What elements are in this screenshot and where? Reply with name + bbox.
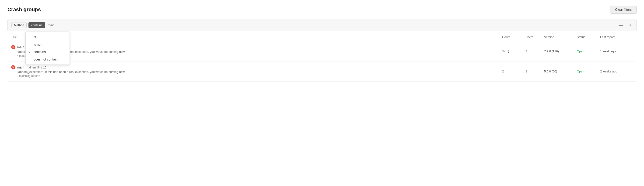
filter-add-button[interactable]: + <box>628 23 632 28</box>
col-status: Status <box>577 35 600 39</box>
checkmark-does-not-contain <box>28 58 32 61</box>
dropdown-item-contains-label: contains <box>34 50 46 54</box>
filter-method-tag[interactable]: Method <box>12 22 26 28</box>
dropdown-item-is-not-label: is not <box>34 43 41 46</box>
checkmark-is <box>28 35 32 39</box>
crash-description-2: kaboom_exception*: If this had been a re… <box>17 70 502 74</box>
dropdown-item-is-not[interactable]: is not <box>26 41 70 48</box>
status-cell-1: Open <box>577 50 600 53</box>
col-version: Version <box>544 35 577 39</box>
crash-title-line-2: ✕ main main.m, line 16 <box>11 65 502 69</box>
dropdown-item-does-not-contain-label: does not contain <box>34 58 58 61</box>
page-header: Crash groups Clear filters <box>8 6 636 14</box>
checkmark-contains: ✓ <box>28 50 32 54</box>
crash-title-cell-1: ✕ main main.m, line 16 kaboom_exception*… <box>11 45 502 58</box>
crash-title-cell-2: ✕ main main.m, line 16 kaboom_exception*… <box>11 65 502 78</box>
filter-bar: Method contains main is is not ✓ c <box>8 19 636 31</box>
crash-error-icon-1: ✕ <box>11 45 16 49</box>
crash-location-2: main.m, line 16 <box>26 66 46 69</box>
table-header: Title Count Users Version Status Last re… <box>8 33 636 41</box>
crash-table: Title Count Users Version Status Last re… <box>8 33 636 82</box>
count-cell-1: ✎ 8 <box>502 49 526 54</box>
crash-title-line-1: ✕ main main.m, line 16 <box>11 45 502 49</box>
filter-value-tag[interactable]: main <box>47 23 55 27</box>
count-cell-2: 2 <box>502 70 526 73</box>
table-row[interactable]: ✕ main main.m, line 16 kaboom_exception*… <box>8 41 636 61</box>
filter-tags: Method contains main is is not ✓ c <box>12 22 55 28</box>
status-cell-2: Open <box>577 70 600 73</box>
crash-error-icon-2: ✕ <box>11 65 16 69</box>
dropdown-item-does-not-contain[interactable]: does not contain <box>26 56 70 63</box>
filter-operator-dropdown: is is not ✓ contains does not contain <box>26 32 70 65</box>
col-count: Count <box>502 35 526 39</box>
table-row[interactable]: ✕ main main.m, line 16 kaboom_exception*… <box>8 61 636 82</box>
filter-bar-actions: — + <box>618 23 632 28</box>
count-value-1: 8 <box>508 50 509 53</box>
crash-reports-2: 2 matching reports <box>17 74 502 78</box>
clear-filters-button[interactable]: Clear filters <box>610 6 636 14</box>
crash-method-2: main <box>17 65 24 69</box>
page-title: Crash groups <box>8 7 41 13</box>
last-report-cell-1: 1 week ago <box>600 50 633 53</box>
crash-method-1: main <box>17 45 24 49</box>
crash-description-1: kaboom_exception*: If this had been a re… <box>17 50 502 54</box>
version-cell-2: 5.0.0 (60) <box>544 70 577 73</box>
filter-operator-tag[interactable]: contains <box>28 22 45 28</box>
dropdown-item-contains[interactable]: ✓ contains <box>26 48 70 56</box>
checkmark-is-not <box>28 43 32 46</box>
col-last-report: Last report <box>600 35 633 39</box>
dropdown-item-is-label: is <box>34 35 36 39</box>
crash-reports-1: 4 matching reports <box>17 54 502 58</box>
last-report-cell-2: 2 weeks ago <box>600 70 633 73</box>
filter-section: Method contains main is is not ✓ c <box>8 19 636 31</box>
filter-remove-button[interactable]: — <box>618 23 624 28</box>
dropdown-item-is[interactable]: is <box>26 33 70 41</box>
col-users: Users <box>526 35 544 39</box>
col-title: Title <box>11 35 502 39</box>
users-cell-1: 3 <box>526 50 544 53</box>
users-cell-2: 1 <box>526 70 544 73</box>
version-cell-1: 7.2.0 (116) <box>544 50 577 53</box>
edit-icon-1: ✎ <box>502 49 505 54</box>
